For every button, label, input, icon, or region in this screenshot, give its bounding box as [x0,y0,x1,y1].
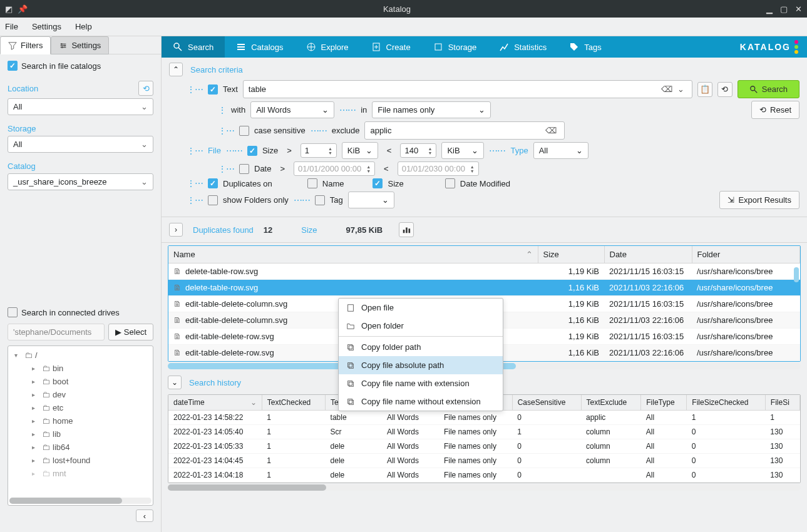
checkbox-case[interactable] [239,126,249,136]
app-icon: ◩ [5,4,13,14]
hist-row[interactable]: 2022-01-23 14:05:401ScrAll WordsFile nam… [168,425,800,439]
tab-storage[interactable]: Storage [422,36,488,58]
hist-row[interactable]: 2022-01-23 14:05:331deleAll WordsFile na… [168,439,800,454]
results-vscroll[interactable] [794,267,799,282]
reset-button[interactable]: ⟲Reset [751,101,799,119]
chart-button[interactable] [399,222,414,237]
table-row[interactable]: 🗎delete-table-row.svg1,19 KiB2021/11/15 … [168,263,800,280]
ctx-open-folder[interactable]: Open folder [339,317,503,335]
checkbox-dup-name[interactable] [307,178,317,188]
minimize-icon[interactable]: ▁ [766,4,773,14]
search-button[interactable]: Search [738,80,799,98]
export-button[interactable]: ⇲Export Results [719,191,799,209]
catalog-label: Catalog [8,161,36,171]
svg-rect-19 [348,381,352,385]
tab-catalogs[interactable]: Catalogs [225,36,294,58]
size-max-input[interactable]: 140▲▼ [400,143,436,158]
maximize-icon[interactable]: ▢ [780,4,788,14]
menu-settings[interactable]: Settings [32,22,61,31]
tab-create[interactable]: Create [360,36,422,58]
hist-col[interactable]: FileType [641,395,687,411]
paste-icon[interactable]: 📋 [697,82,712,97]
tag-select[interactable]: ⌄ [348,192,394,208]
window-title: Katalog [28,4,766,14]
svg-point-1 [64,44,66,46]
dropdown-text-icon[interactable]: ⌄ [675,84,687,94]
history-collapse-button[interactable]: ⌄ [168,376,182,389]
ctx-copy-absolute-path[interactable]: Copy file absolute path [339,356,503,374]
location-select[interactable]: All⌄ [8,98,153,115]
date-max-input[interactable]: 01/01/2030 00:00▲▼ [398,161,479,176]
in-select[interactable]: File names only⌄ [372,101,491,118]
hist-col[interactable]: FileSi [765,395,799,411]
folder-tree[interactable]: ▾🗀/ ▸🗀bin ▸🗀boot ▸🗀dev ▸🗀etc ▸🗀home ▸🗀li… [8,345,153,506]
tab-settings[interactable]: Settings [51,36,109,54]
clear-exclude-icon[interactable]: ⌫ [543,126,559,135]
svg-rect-5 [237,46,245,48]
clear-text-icon[interactable]: ⌫ [659,84,675,94]
hist-col[interactable]: dateTime⌄ [168,395,262,411]
col-folder[interactable]: Folder [692,246,800,263]
criteria-collapse-button[interactable]: ⌃ [169,63,183,76]
exclude-input[interactable]: applic ⌫ [364,121,565,140]
hist-row[interactable]: 2022-01-23 14:04:181deleAll WordsFile na… [168,468,800,483]
results-collapse-button[interactable]: › [169,223,183,237]
hist-row[interactable]: 2022-01-23 14:58:221tableAll WordsFile n… [168,411,800,425]
tab-statistics[interactable]: Statistics [488,36,558,58]
select-path-button[interactable]: ▶Select [108,324,153,340]
checkbox-text[interactable] [208,84,218,95]
type-select[interactable]: All⌄ [533,142,589,159]
with-select[interactable]: All Words⌄ [250,101,334,118]
col-date[interactable]: Date [604,246,692,263]
tab-search[interactable]: Search [162,36,225,58]
svg-rect-12 [406,228,408,233]
context-menu: Open file Open folder Copy folder path C… [338,298,503,411]
storage-select[interactable]: All⌄ [8,136,153,153]
svg-rect-6 [237,49,245,50]
checkbox-size[interactable] [247,146,257,156]
tab-tags[interactable]: Tags [558,36,612,58]
checkbox-tag[interactable] [315,195,325,205]
label-search-drives: Search in connected drives [21,308,120,317]
svg-rect-15 [348,344,352,349]
col-name[interactable]: Name⌃ [168,246,538,263]
size-max-unit[interactable]: KiB⌄ [441,142,484,159]
hist-col[interactable]: TextExclude [581,395,641,411]
ctx-open-file[interactable]: Open file [339,299,503,317]
tab-explore[interactable]: Explore [295,36,360,58]
history-hscroll[interactable] [168,484,801,491]
checkbox-duplicates[interactable] [208,178,218,188]
svg-point-10 [751,86,755,90]
hist-col[interactable]: TextChecked [262,395,325,411]
path-input[interactable]: 'stephane/Documents [8,324,105,340]
location-reset-icon[interactable]: ⟲ [138,81,153,96]
menu-file[interactable]: File [5,22,18,31]
checkbox-folders-only[interactable] [208,195,218,205]
pin-icon[interactable]: 📌 [18,4,28,14]
checkbox-date[interactable] [239,164,249,174]
size-min-unit[interactable]: KiB⌄ [342,142,378,159]
hist-row[interactable]: 2022-01-23 14:04:451deleAll WordsFile na… [168,454,800,468]
close-icon[interactable]: ✕ [795,4,802,14]
date-min-input[interactable]: 01/01/2000 00:00▲▼ [294,161,375,176]
ctx-copy-name-ext[interactable]: Copy file name with extension [339,374,503,392]
ctx-copy-folder-path[interactable]: Copy folder path [339,338,503,356]
history-icon[interactable]: ⟲ [717,82,732,97]
hist-col[interactable]: FileSizeChecked [687,395,765,411]
hist-col[interactable]: CaseSensitive [512,395,581,411]
svg-point-3 [174,43,179,48]
checkbox-search-catalogs[interactable] [8,61,18,71]
checkbox-dup-size[interactable] [373,178,383,188]
checkbox-search-drives[interactable] [8,307,18,317]
tree-hscroll[interactable] [9,498,152,504]
checkbox-dup-modified[interactable] [445,178,455,188]
collapse-left-button[interactable]: ‹ [136,509,153,522]
col-size[interactable]: Size [538,246,604,263]
catalog-select[interactable]: _usr_share_icons_breeze⌄ [8,173,153,190]
tab-filters[interactable]: Filters [0,36,51,54]
ctx-copy-name-noext[interactable]: Copy file name without extension [339,392,503,411]
menu-help[interactable]: Help [75,22,92,31]
size-min-input[interactable]: 1▲▼ [301,143,337,158]
table-row[interactable]: 🗎delete-table-row.svg1,16 KiB2021/11/03 … [168,280,800,296]
search-text-input[interactable]: table ⌫ ⌄ [243,80,692,98]
